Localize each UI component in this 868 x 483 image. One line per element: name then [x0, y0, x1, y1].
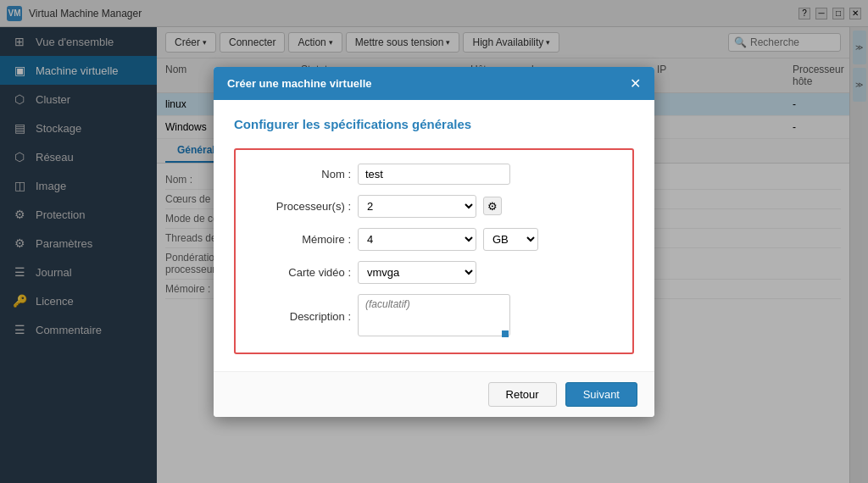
- dialog-close-button[interactable]: ✕: [630, 75, 641, 92]
- nom-input[interactable]: [358, 164, 510, 185]
- processeur-settings-icon[interactable]: ⚙: [483, 197, 502, 215]
- dialog-body: Configurer les spécifications générales …: [214, 100, 654, 371]
- form-section: Nom : Processeur(s) : 2 1 4 8 ⚙ Mém: [234, 148, 634, 354]
- form-row-carte-video: Carte vidéo : vmvga vga cirrus: [249, 261, 619, 284]
- form-row-nom: Nom :: [249, 164, 619, 185]
- dialog-overlay: Créer une machine virtuelle ✕ Configurer…: [0, 0, 868, 483]
- resize-handle[interactable]: [502, 330, 509, 337]
- create-vm-dialog: Créer une machine virtuelle ✕ Configurer…: [214, 67, 654, 417]
- dialog-header: Créer une machine virtuelle ✕: [214, 67, 654, 100]
- processeur-label: Processeur(s) :: [249, 200, 351, 213]
- carte-video-select[interactable]: vmvga vga cirrus: [358, 261, 476, 284]
- memoire-label: Mémoire :: [249, 233, 351, 246]
- retour-button[interactable]: Retour: [488, 382, 557, 407]
- nom-label: Nom :: [249, 168, 351, 180]
- dialog-section-title: Configurer les spécifications générales: [234, 117, 634, 131]
- memoire-unit-select[interactable]: GB MB: [483, 228, 538, 251]
- dialog-header-title: Créer une machine virtuelle: [227, 77, 372, 90]
- processeur-select[interactable]: 2 1 4 8: [358, 195, 476, 218]
- suivant-button[interactable]: Suivant: [565, 382, 637, 407]
- description-textarea[interactable]: [358, 294, 510, 336]
- memoire-select[interactable]: 4 1 2 8 16: [358, 228, 476, 251]
- form-row-description: Description :: [249, 294, 619, 339]
- form-row-memoire: Mémoire : 4 1 2 8 16 GB MB: [249, 228, 619, 251]
- dialog-footer: Retour Suivant: [214, 371, 654, 417]
- description-label: Description :: [249, 310, 351, 323]
- carte-video-label: Carte vidéo :: [249, 266, 351, 279]
- form-row-processeur: Processeur(s) : 2 1 4 8 ⚙: [249, 195, 619, 218]
